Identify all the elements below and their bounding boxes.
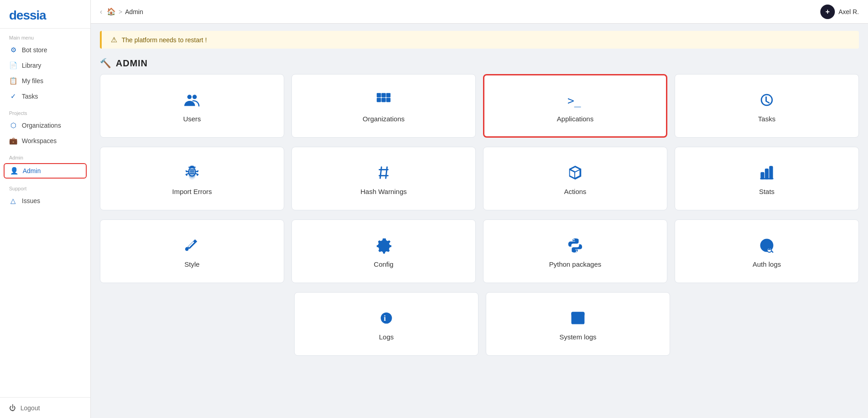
svg-rect-23 [765,169,768,179]
card-logs[interactable]: i Logs [294,292,478,356]
card-label: Tasks [758,115,775,123]
section-label-admin: Admin [0,149,90,162]
page-title: ADMIN [116,58,148,69]
section-label-projects: Projects [0,104,90,118]
card-users[interactable]: Users [100,74,284,138]
home-icon[interactable]: 🏠 [107,7,116,16]
logs-icon: i [378,309,395,327]
card-label: Python packages [549,260,601,268]
issues-icon: △ [9,197,17,205]
card-label: Config [374,260,393,268]
logout-icon: ⏻ [9,404,16,412]
card-organizations[interactable]: Organizations [291,74,476,138]
users-icon [183,91,201,109]
card-label: Organizations [363,115,405,123]
logout-button[interactable]: ⏻ Logout [0,397,90,418]
card-system-logs[interactable]: System logs [486,292,670,356]
main-content: ‹ 🏠 > Admin + Axel R. ⚠ The platform nee… [91,0,868,418]
svg-point-26 [381,312,392,323]
card-style[interactable]: Style [100,219,284,283]
sidebar-item-label: Organizations [22,122,61,129]
svg-rect-22 [761,173,764,179]
sidebar: dessia Main menu ⚙ Bot store 📄 Library 📋… [0,0,91,418]
card-label: Style [184,260,199,268]
card-auth-logs[interactable]: Auth logs [675,219,859,283]
organizations-icon: ⬡ [9,121,17,129]
admin-grid-row1: Users Organizations >_ Applications Task… [91,74,868,147]
sidebar-item-my-files[interactable]: 📋 My files [0,73,90,89]
sidebar-item-admin[interactable]: 👤 Admin [4,163,87,179]
alert-message: The platform needs to restart ! [122,36,207,44]
card-import-errors[interactable]: Import Errors [100,147,284,210]
svg-rect-4 [386,93,391,97]
python-packages-icon [567,237,584,254]
admin-grid-row4: i Logs System logs [91,292,868,365]
import-errors-icon [183,164,201,181]
stats-icon [758,164,775,181]
organizations-grid-icon [375,91,392,109]
sidebar-item-organizations[interactable]: ⬡ Organizations [0,118,90,133]
sidebar-item-tasks[interactable]: ✓ Tasks [0,89,90,104]
svg-line-15 [186,173,189,174]
sidebar-item-issues[interactable]: △ Issues [0,193,90,209]
avatar[interactable]: + [820,5,835,19]
svg-line-20 [386,167,387,178]
user-area: + Axel R. [820,5,859,19]
sidebar-item-label: Workspaces [22,137,57,144]
alert-banner: ⚠ The platform needs to restart ! [100,31,859,49]
system-logs-icon [569,309,587,327]
card-label: Actions [564,188,586,195]
alert-icon: ⚠ [111,35,117,44]
sidebar-item-label: Bot store [22,46,47,54]
svg-rect-6 [381,98,386,102]
section-label-support: Support [0,179,90,193]
tasks-grid-icon [758,91,775,109]
card-label: Hash Warnings [360,188,407,195]
svg-rect-33 [572,312,584,315]
card-hash-warnings[interactable]: Hash Warnings [291,147,476,210]
sidebar-item-workspaces[interactable]: 💼 Workspaces [0,133,90,149]
config-icon [375,237,392,254]
bot-store-icon: ⚙ [9,46,17,54]
svg-point-0 [187,95,192,99]
card-label: Import Errors [172,188,212,195]
svg-rect-7 [386,98,391,102]
section-label-main: Main menu [0,29,90,42]
svg-text:>_: >_ [567,94,581,107]
breadcrumb-current: Admin [125,8,143,15]
card-label: Applications [557,115,594,123]
svg-line-19 [380,167,381,178]
actions-icon [567,164,584,181]
card-actions[interactable]: Actions [483,147,667,210]
topbar: ‹ 🏠 > Admin + Axel R. [91,0,868,24]
svg-rect-2 [377,93,381,97]
card-config[interactable]: Config [291,219,476,283]
card-label: Logs [379,333,394,341]
sidebar-item-library[interactable]: 📄 Library [0,58,90,73]
card-applications[interactable]: >_ Applications [483,74,667,138]
tasks-icon: ✓ [9,92,17,100]
svg-point-1 [192,95,197,99]
admin-icon: 👤 [10,167,18,175]
card-label: Users [183,115,201,123]
card-label: Auth logs [753,260,781,268]
card-tasks[interactable]: Tasks [675,74,859,138]
logo-area: dessia [0,0,90,29]
card-stats[interactable]: Stats [675,147,859,210]
applications-icon: >_ [567,91,584,109]
sidebar-item-label: My files [22,77,43,85]
page-title-icon: 🔨 [100,58,111,69]
sidebar-item-label: Tasks [22,93,38,100]
svg-line-16 [196,173,198,174]
card-python-packages[interactable]: Python packages [483,219,667,283]
sidebar-item-label: Library [22,62,41,69]
back-arrow[interactable]: ‹ [100,8,102,16]
card-label: Stats [759,188,774,195]
hash-warnings-icon [375,164,392,181]
admin-grid-row3: Style Config Python packages Auth logs [91,219,868,292]
logo: dessia [9,8,46,22]
sidebar-item-bot-store[interactable]: ⚙ Bot store [0,42,90,58]
sidebar-item-label: Issues [22,197,40,204]
svg-rect-24 [770,166,773,179]
style-icon [183,237,201,254]
